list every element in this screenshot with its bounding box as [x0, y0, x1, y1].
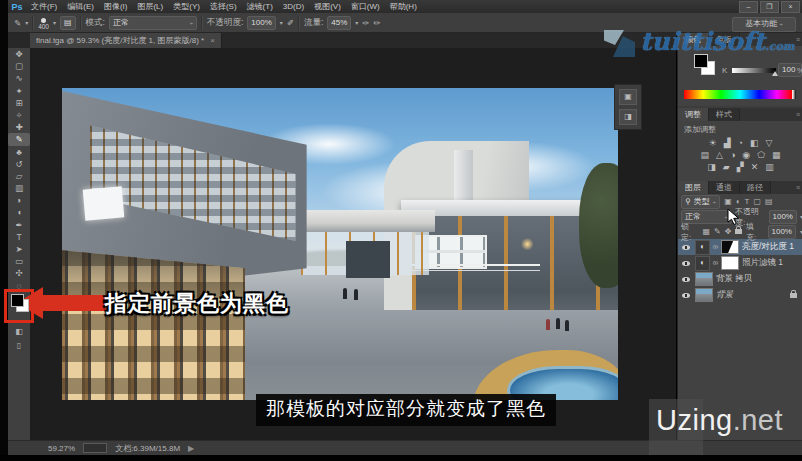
- lock-all-icon[interactable]: [735, 229, 742, 234]
- gradient-map-icon[interactable]: ▥: [765, 161, 774, 173]
- curves-icon[interactable]: ◔: [738, 137, 743, 149]
- restore-button[interactable]: ❐: [760, 1, 779, 13]
- tab-layers[interactable]: 图层: [678, 181, 709, 194]
- brush-tool-icon[interactable]: ✎: [14, 18, 21, 28]
- layer-name[interactable]: 照片滤镜 1: [742, 257, 783, 269]
- pen-tool[interactable]: ✒: [8, 219, 30, 231]
- brightness-contrast-icon[interactable]: ☀: [709, 137, 717, 149]
- filter-smart-icon[interactable]: ▤: [765, 197, 773, 206]
- toggle-brush-panel-button[interactable]: ▤: [60, 16, 76, 30]
- flow-field[interactable]: 45%: [327, 16, 351, 30]
- tablet-pressure-icon[interactable]: ✐: [287, 18, 294, 28]
- menu-filter[interactable]: 滤镜(T): [242, 0, 278, 13]
- filter-kind-icon[interactable]: ▣: [724, 197, 732, 206]
- k-slider[interactable]: [732, 68, 776, 73]
- layer-opacity-field[interactable]: 100%: [769, 210, 797, 224]
- tab-adjustments[interactable]: 调整: [678, 108, 709, 121]
- layer-row-background-copy[interactable]: 背景 拷贝: [678, 271, 802, 287]
- document-image[interactable]: [62, 88, 618, 400]
- menu-help[interactable]: 帮助(H): [385, 0, 422, 13]
- visibility-eye-icon[interactable]: [680, 274, 692, 284]
- layer-mask-thumbnail[interactable]: [721, 256, 739, 270]
- levels-icon[interactable]: ▟: [724, 137, 731, 149]
- opacity-field[interactable]: 100%: [247, 16, 275, 30]
- foreground-color-swatch[interactable]: [11, 294, 24, 307]
- black-white-icon[interactable]: ◑: [730, 149, 735, 161]
- move-tool[interactable]: ✥: [8, 48, 30, 60]
- menu-type[interactable]: 类型(Y): [168, 0, 205, 13]
- tab-styles[interactable]: 样式: [709, 108, 740, 121]
- channel-mixer-icon[interactable]: ⬠: [757, 149, 765, 161]
- menu-select[interactable]: 选择(S): [205, 0, 242, 13]
- menu-window[interactable]: 窗口(W): [346, 0, 385, 13]
- exposure-icon[interactable]: ◧: [750, 137, 759, 149]
- layer-row-photo-filter[interactable]: ◐ 8 照片滤镜 1: [678, 255, 802, 271]
- close-button[interactable]: ×: [781, 1, 800, 13]
- hand-tool[interactable]: ✣: [8, 267, 30, 279]
- color-lookup-icon[interactable]: ▦: [772, 149, 781, 161]
- path-selection-tool[interactable]: ➤: [8, 243, 30, 255]
- panel-icon[interactable]: ◨: [619, 109, 637, 125]
- document-size-info[interactable]: 文档:6.39M/15.8M: [115, 443, 180, 454]
- lock-transparency-icon[interactable]: ▦: [702, 227, 710, 236]
- quick-mask-button[interactable]: ◧: [12, 326, 26, 337]
- fill-field[interactable]: 100%: [768, 225, 796, 239]
- panel-menu-icon[interactable]: ≡: [796, 33, 802, 46]
- threshold-icon[interactable]: ▞: [737, 161, 744, 173]
- document-tab[interactable]: final.tga @ 59.3% (亮度/对比度 1, 图层蒙版/8) *×: [30, 33, 222, 48]
- minimize-button[interactable]: –: [739, 1, 758, 13]
- panel-menu-icon[interactable]: ≡: [796, 108, 802, 121]
- tool-caret-icon[interactable]: ▾: [25, 19, 28, 26]
- tab-channels[interactable]: 通道: [709, 181, 740, 194]
- brush-tool[interactable]: ✎: [8, 133, 30, 145]
- layer-thumbnail[interactable]: [695, 288, 713, 302]
- layer-row-background[interactable]: 背景: [678, 287, 802, 303]
- healing-brush-tool[interactable]: ✚: [8, 121, 30, 133]
- status-more-icon[interactable]: ▶: [188, 444, 194, 453]
- layer-thumbnail[interactable]: [695, 272, 713, 286]
- lasso-tool[interactable]: ∿: [8, 72, 30, 84]
- blend-mode-select[interactable]: 正常÷: [109, 16, 197, 30]
- tab-close-icon[interactable]: ×: [210, 36, 215, 45]
- type-tool[interactable]: T: [8, 231, 30, 243]
- gradient-tool[interactable]: ▥: [8, 182, 30, 194]
- menu-image[interactable]: 图像(I): [99, 0, 133, 13]
- quick-selection-tool[interactable]: ✦: [8, 85, 30, 97]
- dodge-tool[interactable]: ◖: [8, 206, 30, 218]
- adjustment-thumbnail[interactable]: ◐: [695, 256, 710, 271]
- menu-edit[interactable]: 编辑(E): [62, 0, 99, 13]
- history-brush-tool[interactable]: ↺: [8, 158, 30, 170]
- photo-filter-icon[interactable]: ◉: [742, 149, 750, 161]
- airbrush-icon[interactable]: ✑: [362, 18, 369, 28]
- crop-tool[interactable]: ⊞: [8, 97, 30, 109]
- layer-name[interactable]: 背景 拷贝: [716, 273, 752, 285]
- color-balance-icon[interactable]: △: [716, 149, 723, 161]
- tab-paths[interactable]: 路径: [740, 181, 771, 194]
- layer-name[interactable]: 背景: [716, 289, 733, 301]
- marquee-tool[interactable]: ▢: [8, 60, 30, 72]
- posterize-icon[interactable]: ▰: [723, 161, 730, 173]
- canvas-area[interactable]: [30, 48, 676, 440]
- smoothing-icon[interactable]: ✏: [373, 18, 380, 28]
- vibrance-icon[interactable]: ▽: [766, 137, 773, 149]
- lock-pixels-icon[interactable]: ✎: [714, 227, 721, 236]
- panel-icon[interactable]: ▣: [619, 89, 637, 105]
- zoom-level[interactable]: 59.27%: [48, 444, 75, 453]
- mask-link-icon[interactable]: 8: [712, 261, 719, 266]
- menu-3d[interactable]: 3D(D): [278, 0, 309, 13]
- adjustment-thumbnail[interactable]: ◐: [695, 240, 710, 255]
- invert-icon[interactable]: ◨: [707, 161, 716, 173]
- layer-name[interactable]: 亮度/对比度 1: [742, 241, 794, 253]
- menu-view[interactable]: 视图(V): [309, 0, 346, 13]
- visibility-eye-icon[interactable]: [680, 290, 692, 300]
- layer-mask-thumbnail[interactable]: [721, 240, 739, 254]
- hue-saturation-icon[interactable]: ▤: [700, 149, 709, 161]
- layer-row-brightness-contrast[interactable]: ◐ 8 亮度/对比度 1: [678, 239, 802, 255]
- menu-file[interactable]: 文件(F): [26, 0, 62, 13]
- blur-tool[interactable]: ◗: [8, 194, 30, 206]
- shape-tool[interactable]: ▭: [8, 255, 30, 267]
- layer-filter-select[interactable]: ⚲类型÷: [681, 195, 720, 209]
- visibility-eye-icon[interactable]: [680, 242, 692, 252]
- eyedropper-tool[interactable]: ✧: [8, 109, 30, 121]
- eraser-tool[interactable]: ▱: [8, 170, 30, 182]
